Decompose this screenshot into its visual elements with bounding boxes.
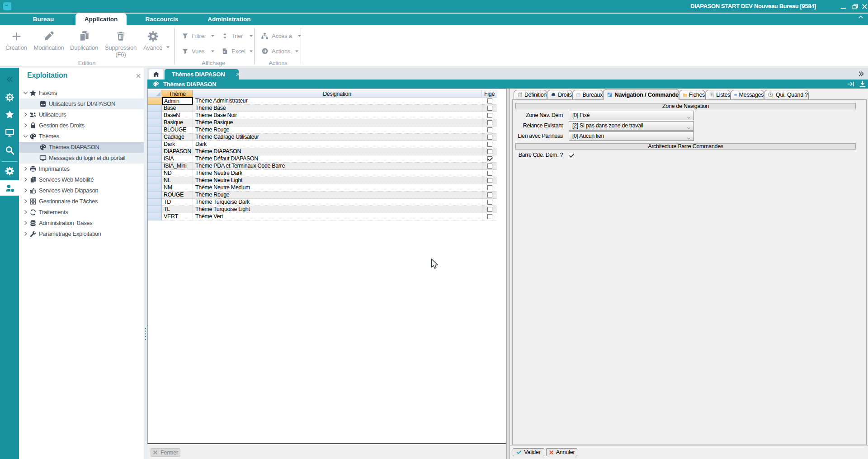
- table-row[interactable]: VERT Thème Vert: [148, 213, 497, 220]
- ribbon-tab-raccourcis[interactable]: Raccourcis: [137, 14, 187, 25]
- tree-item[interactable]: Utilisateurs sur DIAPASON: [19, 98, 144, 109]
- tree-item[interactable]: Thèmes: [19, 131, 144, 142]
- column-header-designation[interactable]: Désignation: [193, 90, 482, 98]
- table-cell-designation[interactable]: Thème Rouge: [193, 126, 482, 134]
- fige-checkbox[interactable]: [487, 200, 492, 205]
- fige-checkbox[interactable]: [487, 149, 492, 154]
- vertical-splitter[interactable]: [144, 68, 147, 459]
- panel-splitter[interactable]: [506, 89, 510, 459]
- table-cell-designation[interactable]: Thème Neutre Medium: [193, 184, 482, 192]
- barre-cde-checkbox[interactable]: [569, 153, 574, 158]
- explorer-close-button[interactable]: [136, 72, 141, 80]
- tree-item[interactable]: Favoris: [19, 88, 144, 98]
- table-cell-designation[interactable]: Thème Rouge: [193, 192, 482, 199]
- table-row[interactable]: BLOUGE Thème Rouge: [148, 126, 497, 134]
- expander[interactable]: [23, 187, 28, 195]
- valider-button[interactable]: Valider: [513, 448, 544, 456]
- table-cell-theme[interactable]: BaseN: [162, 112, 193, 119]
- ribbon-tab-application[interactable]: Application: [75, 14, 127, 25]
- fige-checkbox[interactable]: [487, 178, 492, 183]
- tree-item[interactable]: Services Web Diapason: [19, 185, 144, 196]
- table-cell-fige[interactable]: [482, 141, 497, 148]
- table-cell-designation[interactable]: Thème Turquoise Light: [193, 206, 482, 213]
- table-row[interactable]: Admin Thème Administrateur: [148, 98, 497, 105]
- expander[interactable]: [23, 231, 28, 238]
- table-cell-fige[interactable]: [482, 163, 497, 170]
- tree-item[interactable]: Paramétrage Exploitation: [19, 229, 144, 239]
- table-cell-designation[interactable]: Thème Base: [193, 105, 482, 112]
- collapse-panel-button[interactable]: [0, 75, 19, 83]
- screens-button[interactable]: [0, 128, 19, 137]
- home-tab[interactable]: [149, 69, 163, 80]
- table-row[interactable]: TL Thème Turquoise Light: [148, 206, 497, 213]
- detail-tab-navigation-commande[interactable]: Navigation / Commande: [603, 89, 679, 100]
- table-row[interactable]: ISIA_Mini Thème PDA et Terminaux Code Ba…: [148, 163, 497, 170]
- detail-tab-droits[interactable]: Droits: [547, 90, 572, 99]
- ribbon-tab-administration[interactable]: Administration: [201, 14, 257, 25]
- table-cell-designation[interactable]: Dark: [193, 141, 482, 148]
- row-selector-cell[interactable]: [148, 163, 162, 170]
- expander[interactable]: [23, 209, 28, 216]
- table-cell-theme[interactable]: Basique: [162, 119, 193, 126]
- table-cell-fige[interactable]: [482, 148, 497, 155]
- table-cell-fige[interactable]: [482, 192, 497, 199]
- table-cell-fige[interactable]: [482, 206, 497, 213]
- table-cell-theme[interactable]: ND: [162, 170, 193, 177]
- fige-checkbox[interactable]: [487, 156, 492, 161]
- row-selector-cell[interactable]: [148, 98, 162, 105]
- table-row[interactable]: ISIA Thème Défaut DIAPASON: [148, 155, 497, 163]
- download-button[interactable]: [859, 80, 866, 89]
- row-selector-cell[interactable]: [148, 155, 162, 163]
- table-row[interactable]: Base Thème Base: [148, 105, 497, 112]
- row-selector-cell[interactable]: [148, 148, 162, 155]
- row-selector-cell[interactable]: [148, 170, 162, 177]
- table-cell-designation[interactable]: Thème PDA et Terminaux Code Barre: [193, 163, 482, 170]
- table-cell-designation[interactable]: Thème Vert: [193, 213, 482, 220]
- table-row[interactable]: ROUGE Thème Rouge: [148, 192, 497, 199]
- expander[interactable]: [23, 177, 28, 184]
- table-cell-fige[interactable]: [482, 134, 497, 141]
- fige-checkbox[interactable]: [487, 207, 492, 212]
- table-cell-fige[interactable]: [482, 213, 497, 220]
- table-cell-designation[interactable]: Thème Turquoise Dark: [193, 199, 482, 206]
- fige-checkbox[interactable]: [487, 171, 492, 176]
- table-row[interactable]: DIAPASON Thème DIAPASON: [148, 148, 497, 155]
- table-row[interactable]: TD Thème Turquoise Dark: [148, 199, 497, 206]
- table-cell-theme[interactable]: ROUGE: [162, 192, 193, 199]
- table-cell-theme[interactable]: Cadrage: [162, 134, 193, 141]
- restore-button[interactable]: [852, 3, 859, 10]
- table-cell-theme[interactable]: DIAPASON: [162, 148, 193, 155]
- column-header-theme[interactable]: Thème: [162, 90, 193, 98]
- table-cell-fige[interactable]: [482, 199, 497, 206]
- table-row[interactable]: NL Thème Neutre Light: [148, 177, 497, 184]
- table-cell-theme[interactable]: NM: [162, 184, 193, 192]
- favorites-button[interactable]: [0, 110, 19, 119]
- avance-caret[interactable]: [165, 43, 170, 52]
- table-cell-theme[interactable]: TD: [162, 199, 193, 206]
- ribbon-button-duplication[interactable]: Duplication: [65, 29, 103, 51]
- table-cell-fige[interactable]: [482, 184, 497, 192]
- ribbon-button-trier[interactable]: Trier: [222, 31, 254, 41]
- detail-tab-messages[interactable]: Messages: [731, 90, 764, 99]
- tree-item[interactable]: Messages du login et du portail: [19, 153, 144, 164]
- fige-checkbox[interactable]: [487, 192, 492, 197]
- modules-button[interactable]: [0, 93, 19, 102]
- tree-item[interactable]: Administration Bases: [19, 218, 144, 229]
- fige-checkbox[interactable]: [487, 164, 492, 169]
- expander[interactable]: [23, 133, 28, 141]
- field-combobox[interactable]: [0] Fixé: [569, 111, 694, 120]
- row-selector-cell[interactable]: [148, 134, 162, 141]
- minimize-button[interactable]: [840, 3, 847, 10]
- ribbon-button-acces-a[interactable]: Accès à: [261, 31, 302, 41]
- row-selector-cell[interactable]: [148, 105, 162, 112]
- table-row[interactable]: BaseN Thème Base Noir: [148, 112, 497, 119]
- table-cell-designation[interactable]: Thème Neutre Light: [193, 177, 482, 184]
- row-selector-cell[interactable]: [148, 184, 162, 192]
- table-cell-fige[interactable]: [482, 177, 497, 184]
- table-cell-fige[interactable]: [482, 105, 497, 112]
- expander[interactable]: [23, 90, 28, 97]
- expander[interactable]: [23, 122, 28, 130]
- table-cell-theme[interactable]: Dark: [162, 141, 193, 148]
- table-row[interactable]: Basique Thème Basique: [148, 119, 497, 126]
- table-cell-theme[interactable]: TL: [162, 206, 193, 213]
